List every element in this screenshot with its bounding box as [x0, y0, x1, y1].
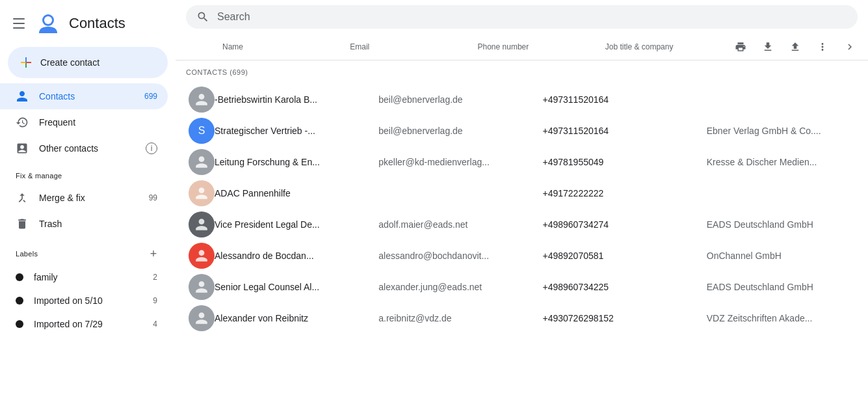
export-button[interactable] [755, 34, 781, 60]
contact-email: adolf.maier@eads.net [373, 214, 537, 235]
label-dot-imported-510 [16, 297, 23, 305]
contact-name: Alessandro de Bocdan... [209, 245, 373, 266]
svg-point-1 [44, 16, 52, 24]
avatar-cell [178, 274, 209, 300]
fix-manage-section-label: Fix & manage [0, 161, 176, 185]
th-email: Email [345, 37, 472, 57]
more-options-button[interactable] [809, 34, 835, 60]
contact-company: OnChannel GmbH [702, 245, 865, 266]
other-contacts-label: Other contacts [39, 143, 98, 154]
th-phone: Phone number [473, 37, 600, 57]
table-row[interactable]: Vice President Legal De... adolf.maier@e… [178, 209, 865, 240]
family-label: family [34, 272, 58, 282]
sidebar-item-frequent[interactable]: Frequent [0, 109, 168, 135]
sidebar-item-imported-729[interactable]: Imported on 7/29 4 [0, 312, 168, 336]
table-row[interactable]: S Strategischer Vertrieb -... beil@ebner… [178, 115, 865, 146]
sidebar-header: Contacts [0, 5, 176, 47]
contact-name: ADAC Pannenhilfe [209, 183, 373, 204]
sidebar-item-trash[interactable]: Trash [0, 211, 168, 237]
label-dot-imported-729 [16, 320, 23, 328]
sidebar-item-family[interactable]: family 2 [0, 266, 168, 289]
create-contact-button[interactable]: Create contact [8, 47, 168, 78]
hamburger-menu[interactable] [10, 16, 27, 31]
contact-email [373, 188, 537, 198]
table-headers: Name Email Phone number Job title & comp… [176, 37, 728, 57]
contact-email: alessandro@bochdanovit... [373, 245, 537, 266]
contacts-label: Contacts [39, 91, 75, 102]
contact-phone: +49892070581 [538, 245, 702, 266]
add-label-button[interactable]: + [147, 247, 160, 260]
avatar-cell [178, 180, 209, 206]
table-row[interactable]: Alexander von Reibnitz a.reibnitz@vdz.de… [178, 303, 865, 334]
sidebar-item-contacts[interactable]: Contacts 699 [0, 83, 168, 109]
contact-name: Strategischer Vertrieb -... [209, 120, 373, 141]
labels-section-header: Labels + [0, 237, 176, 266]
contact-name: -Betriebswirtin Karola B... [209, 89, 373, 110]
expand-button[interactable] [837, 34, 863, 60]
contact-name: Alexander von Reibnitz [209, 308, 373, 329]
imported-729-badge: 4 [153, 320, 157, 329]
sidebar: Contacts Create contact Contacts 699 Fre… [0, 0, 176, 395]
table-row[interactable]: -Betriebswirtin Karola B... beil@ebnerve… [178, 84, 865, 115]
contact-company: Ebner Verlag GmbH & Co.... [702, 120, 865, 141]
plus-icon [18, 55, 34, 70]
merge-fix-badge: 99 [149, 193, 157, 202]
frequent-label: Frequent [39, 117, 75, 128]
contact-email: alexander.jung@eads.net [373, 277, 537, 297]
avatar-cell [178, 87, 209, 113]
imported-510-badge: 9 [153, 296, 157, 305]
table-row[interactable]: Alessandro de Bocdan... alessandro@bochd… [178, 240, 865, 271]
contact-email: beil@ebnerverlag.de [373, 120, 537, 141]
label-dot-family [16, 273, 23, 281]
contact-phone: +4930726298152 [538, 308, 702, 329]
main-content: Name Email Phone number Job title & comp… [176, 0, 868, 395]
contacts-list: -Betriebswirtin Karola B... beil@ebnerve… [176, 84, 868, 334]
sidebar-item-imported-510[interactable]: Imported on 5/10 9 [0, 289, 168, 312]
history-icon [16, 116, 29, 129]
search-input[interactable] [217, 11, 847, 23]
contact-company: EADS Deutschland GmbH [702, 214, 865, 235]
contact-company [702, 94, 865, 105]
avatar-cell [178, 305, 209, 331]
create-contact-label: Create contact [40, 57, 99, 68]
contact-phone: +49781955049 [538, 152, 702, 172]
merge-fix-label: Merge & fix [39, 193, 85, 203]
th-job: Job title & company [600, 37, 728, 57]
toolbar [728, 34, 863, 60]
contact-email: a.reibnitz@vdz.de [373, 308, 537, 329]
sidebar-item-other-contacts[interactable]: Other contacts i [0, 135, 168, 161]
import-button[interactable] [782, 34, 808, 60]
labels-section-label: Labels [16, 250, 147, 258]
contact-phone: +49172222222 [538, 183, 702, 204]
contact-company [702, 188, 865, 198]
merge-icon [16, 191, 29, 204]
contact-name: Vice President Legal De... [209, 214, 373, 235]
print-button[interactable] [728, 34, 754, 60]
table-row[interactable]: Leitung Forschung & En... pkeller@kd-med… [178, 146, 865, 178]
contact-name: Leitung Forschung & En... [209, 152, 373, 172]
trash-label: Trash [39, 219, 62, 229]
table-row[interactable]: Senior Legal Counsel Al... alexander.jun… [178, 271, 865, 303]
search-icon [196, 10, 209, 23]
contact-name: Senior Legal Counsel Al... [209, 277, 373, 297]
info-icon[interactable]: i [146, 143, 157, 154]
contacts-count-label: CONTACTS (699) [176, 61, 868, 84]
th-name: Name [217, 37, 345, 57]
avatar-cell [178, 211, 209, 238]
person-icon [16, 90, 29, 103]
contact-phone: +498960734274 [538, 214, 702, 235]
app-logo [35, 10, 61, 36]
table-row[interactable]: ADAC Pannenhilfe +49172222222 [178, 178, 865, 209]
contact-phone: +497311520164 [538, 120, 702, 141]
contact-company: VDZ Zeitschriften Akade... [702, 308, 865, 329]
contacts-badge: 699 [144, 92, 157, 101]
sidebar-item-merge-fix[interactable]: Merge & fix 99 [0, 185, 168, 211]
contact-phone: +498960734225 [538, 277, 702, 297]
contact-phone: +497311520164 [538, 89, 702, 110]
avatar-cell: S [178, 118, 209, 144]
app-title: Contacts [69, 15, 125, 32]
svg-rect-5 [21, 62, 26, 63]
contact-email: pkeller@kd-medienverlag... [373, 152, 537, 172]
person-add-icon [16, 142, 29, 155]
table-header-row: Name Email Phone number Job title & comp… [176, 34, 868, 61]
